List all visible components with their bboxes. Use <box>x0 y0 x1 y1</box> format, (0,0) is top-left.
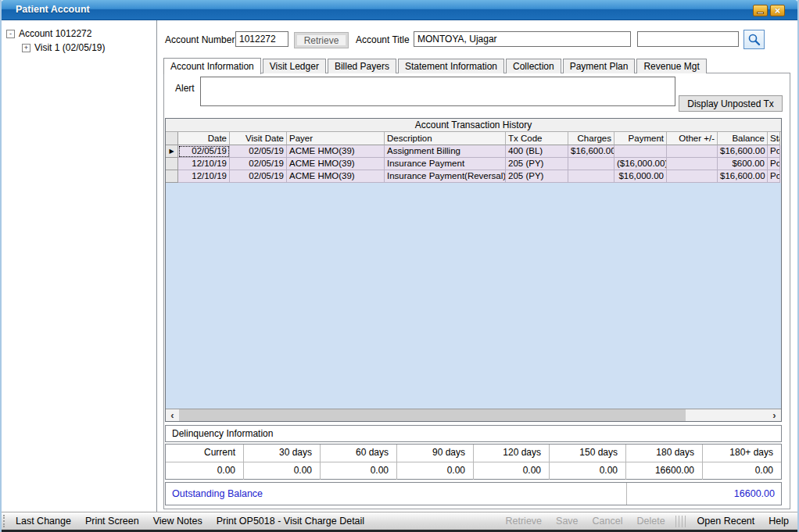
delinquency-label: Delinquency Information <box>165 425 782 442</box>
transaction-row[interactable]: ▶02/05/1902/05/19ACME HMO(39)Assignment … <box>166 145 781 158</box>
delinquency-value: 0.00 <box>550 462 626 480</box>
statusbar-item-delete: Delete <box>636 516 665 527</box>
scroll-left-icon[interactable]: ‹ <box>166 409 179 421</box>
statusbar-item-help[interactable]: Help <box>769 516 789 527</box>
cell-charges[interactable] <box>568 158 614 170</box>
tab-visit-ledger[interactable]: Visit Ledger <box>263 59 326 73</box>
account-number-label: Account Number <box>165 34 235 45</box>
expand-icon[interactable]: + <box>22 44 30 52</box>
horizontal-scrollbar[interactable]: ‹ › <box>166 409 781 421</box>
scrollbar-track[interactable] <box>179 409 768 421</box>
tab-strip: Account InformationVisit LedgerBilled Pa… <box>163 58 708 73</box>
column-header-sta[interactable]: Sta <box>768 132 780 145</box>
column-header-other-+-[interactable]: Other +/- <box>667 132 718 145</box>
cell-visit-date[interactable]: 02/05/19 <box>230 158 287 170</box>
alert-label: Alert <box>175 83 195 94</box>
cell-payment[interactable]: ($16,000.00) <box>614 158 667 170</box>
delinquency-value: 0.00 <box>474 462 550 480</box>
statusbar-item-view-notes[interactable]: View Notes <box>153 516 202 527</box>
search-input[interactable] <box>637 31 739 47</box>
column-header-balance[interactable]: Balance <box>718 132 768 145</box>
scroll-right-icon[interactable]: › <box>768 409 781 421</box>
collapse-icon[interactable]: - <box>6 30 15 38</box>
cell-tx-code[interactable]: 205 (PY) <box>506 158 568 170</box>
cell-description[interactable]: Insurance Payment <box>385 158 506 170</box>
tab-collection[interactable]: Collection <box>506 59 561 73</box>
tab-statement-information[interactable]: Statement Information <box>398 59 504 73</box>
window-title: Patient Account <box>16 4 90 15</box>
tab-payment-plan[interactable]: Payment Plan <box>563 59 636 73</box>
account-title-input[interactable] <box>414 31 631 47</box>
account-title-label: Account Title <box>356 34 410 45</box>
cell-status[interactable]: Po <box>768 145 780 158</box>
tree-item-account[interactable]: - Account 1012272 <box>6 28 152 39</box>
close-icon: × <box>775 6 781 15</box>
cell-date[interactable]: 12/10/19 <box>178 170 230 183</box>
account-information-tabpage: Alert Display Unposted Tx Account Transa… <box>163 73 790 509</box>
cell-other[interactable] <box>667 170 718 183</box>
cell-status[interactable]: Po <box>768 170 780 183</box>
transaction-grid-empty-area[interactable] <box>166 183 781 409</box>
retrieve-button[interactable]: Retrieve <box>294 32 349 48</box>
statusbar-item-print-op5018-visit-charge-detail[interactable]: Print OP5018 - Visit Charge Detail <box>217 516 364 527</box>
column-header-date[interactable]: Date <box>178 132 230 145</box>
delinquency-value: 0.00 <box>703 462 781 480</box>
cell-balance[interactable]: $600.00 <box>718 158 768 170</box>
statusbar-item-open-recent[interactable]: Open Recent <box>697 516 755 527</box>
cell-charges[interactable]: $16,600.00 <box>568 145 614 158</box>
statusbar-item-cancel: Cancel <box>593 516 623 527</box>
tree-item-visit[interactable]: + Visit 1 (02/05/19) <box>22 42 152 53</box>
minimize-icon <box>757 12 764 14</box>
column-header-tx-code[interactable]: Tx Code <box>506 132 568 145</box>
column-header-description[interactable]: Description <box>385 132 506 145</box>
statusbar-grip-icon <box>3 515 9 527</box>
cell-visit-date[interactable]: 02/05/19 <box>230 145 287 158</box>
cell-tx-code[interactable]: 400 (BL) <box>506 145 568 158</box>
transaction-row[interactable]: 12/10/1902/05/19ACME HMO(39)Insurance Pa… <box>166 170 781 183</box>
column-header-payment[interactable]: Payment <box>614 132 667 145</box>
tab-account-information[interactable]: Account Information <box>163 58 261 74</box>
cell-payment[interactable]: $16,000.00 <box>614 170 667 183</box>
row-selector-header <box>166 132 178 145</box>
transaction-grid-rows: ▶02/05/1902/05/19ACME HMO(39)Assignment … <box>166 145 781 183</box>
display-unposted-tx-button[interactable]: Display Unposted Tx <box>679 95 783 112</box>
column-header-payer[interactable]: Payer <box>287 132 385 145</box>
close-button[interactable]: × <box>770 5 785 16</box>
alert-textarea[interactable] <box>200 77 675 106</box>
transaction-row[interactable]: 12/10/1902/05/19ACME HMO(39)Insurance Pa… <box>166 158 781 170</box>
row-selector-cell[interactable] <box>166 158 178 170</box>
outstanding-balance-value: 16600.00 <box>627 483 781 505</box>
cell-visit-date[interactable]: 02/05/19 <box>230 170 287 183</box>
cell-tx-code[interactable]: 205 (PY) <box>506 170 568 183</box>
row-selector-cell[interactable]: ▶ <box>166 145 178 158</box>
cell-other[interactable] <box>667 158 718 170</box>
tab-billed-payers[interactable]: Billed Payers <box>328 59 396 73</box>
tree-visit-label: Visit 1 (02/05/19) <box>34 42 106 53</box>
cell-payer[interactable]: ACME HMO(39) <box>287 145 385 158</box>
account-number-input[interactable] <box>235 31 288 47</box>
cell-description[interactable]: Assignment Billing <box>385 145 506 158</box>
cell-other[interactable] <box>667 145 718 158</box>
title-bar: Patient Account × <box>2 0 797 20</box>
statusbar-item-save: Save <box>556 516 579 527</box>
search-button[interactable] <box>743 30 765 49</box>
cell-payer[interactable]: ACME HMO(39) <box>287 158 385 170</box>
row-selector-cell[interactable] <box>166 170 178 183</box>
cell-balance[interactable]: $16,600.00 <box>718 170 768 183</box>
column-header-visit-date[interactable]: Visit Date <box>230 132 287 145</box>
minimize-button[interactable] <box>753 5 768 16</box>
tab-revenue-mgt[interactable]: Revenue Mgt <box>636 59 706 73</box>
cell-date[interactable]: 02/05/19 <box>178 145 230 158</box>
cell-date[interactable]: 12/10/19 <box>178 158 230 170</box>
cell-description[interactable]: Insurance Payment(Reversal) <box>385 170 506 183</box>
statusbar-item-last-change[interactable]: Last Change <box>16 516 71 527</box>
scrollbar-thumb[interactable] <box>179 409 686 421</box>
cell-payment[interactable] <box>614 145 667 158</box>
column-header-charges[interactable]: Charges <box>568 132 614 145</box>
cell-status[interactable]: Po <box>768 158 780 170</box>
statusbar-item-print-screen[interactable]: Print Screen <box>85 516 139 527</box>
cell-charges[interactable] <box>568 170 614 183</box>
delinquency-value: 0.00 <box>321 462 397 480</box>
cell-balance[interactable]: $16,600.00 <box>718 145 768 158</box>
cell-payer[interactable]: ACME HMO(39) <box>287 170 385 183</box>
